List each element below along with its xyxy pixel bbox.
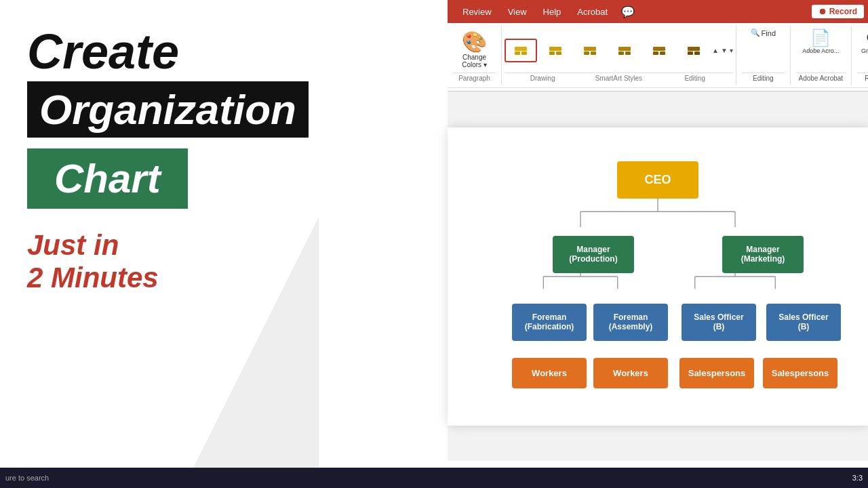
taskbar: ure to search 3:3 xyxy=(0,468,868,488)
smartart-style-4[interactable] xyxy=(608,39,641,62)
ribbon: Review View Help Acrobat 💬 ⏺ Record 🎨 Ch… xyxy=(448,0,868,92)
org-chart-container: CEO Manager(Production) Manager(Marketin… xyxy=(448,141,868,426)
slide-area: CEO Manager(Production) Manager(Marketin… xyxy=(448,92,868,461)
title-chart-box: Chart xyxy=(27,148,188,209)
smartart-styles-section: ▲ ▼ ▾ Drawing SmartArt Styles Editing xyxy=(502,26,736,85)
ribbon-body: 🎨 ChangeColors ▾ Paragraph xyxy=(448,23,868,88)
editing-section: 🔍 Find Editing xyxy=(736,26,791,85)
salespersons1-label: Salespersons xyxy=(679,358,754,388)
salespersons2-box[interactable]: Salespersons xyxy=(763,358,837,388)
tab-help[interactable]: Help xyxy=(535,0,570,23)
workers2-label: Workers xyxy=(593,358,668,388)
record-icon: ⏺ xyxy=(818,7,827,16)
reset-graphic-button[interactable]: ↺ Graphic xyxy=(861,28,868,54)
reset-label: Re... xyxy=(857,73,868,82)
manager-marketing-box[interactable]: Manager(Marketing) xyxy=(722,236,804,273)
smartart-style-3[interactable] xyxy=(574,39,606,62)
left-panel: Create Organization Chart Just in 2 Minu… xyxy=(0,0,448,488)
smartart-style-6[interactable] xyxy=(677,39,710,62)
change-colors-section: 🎨 ChangeColors ▾ Paragraph xyxy=(448,26,502,85)
acrobat-section: 📄 Adobe Acro... Adobe Acrobat xyxy=(791,26,852,85)
smartart-style-5[interactable] xyxy=(643,39,675,62)
smartart-style-1[interactable] xyxy=(505,39,537,62)
workers2-box[interactable]: Workers xyxy=(593,358,668,388)
title-create: Create xyxy=(27,27,179,76)
acrobat-button[interactable]: 📄 Adobe Acro... xyxy=(802,28,839,54)
sales-officer-b2-label: Sales Officer(B) xyxy=(766,304,841,341)
reset-icon: ↺ xyxy=(861,28,868,47)
workers1-label: Workers xyxy=(512,358,587,388)
paragraph-label: Paragraph xyxy=(453,73,496,82)
salespersons2-label: Salespersons xyxy=(763,358,837,388)
smartart-styles-label: SmartArt Styles xyxy=(580,75,656,82)
slide[interactable]: CEO Manager(Production) Manager(Marketin… xyxy=(448,127,868,426)
foreman-assembly-box[interactable]: Foreman(Assembly) xyxy=(593,304,668,341)
palette-icon: 🎨 xyxy=(462,30,487,54)
editing-label: Editing xyxy=(657,75,733,82)
comment-icon[interactable]: 💬 xyxy=(616,5,640,18)
subtitle-line1: Just in xyxy=(27,229,159,262)
sales-officer-b1-box[interactable]: Sales Officer(B) xyxy=(682,304,756,341)
manager-marketing-label: Manager(Marketing) xyxy=(722,236,804,273)
record-button[interactable]: ⏺ Record xyxy=(812,5,864,18)
editing-bottom-label: Editing xyxy=(742,73,785,82)
sales-officer-b1-label: Sales Officer(B) xyxy=(682,304,756,341)
workers1-box[interactable]: Workers xyxy=(512,358,587,388)
tab-view[interactable]: View xyxy=(500,0,535,23)
subtitle: Just in 2 Minutes xyxy=(27,229,159,294)
salespersons1-box[interactable]: Salespersons xyxy=(679,358,754,388)
sales-officer-b2-box[interactable]: Sales Officer(B) xyxy=(766,304,841,341)
diagonal-shape xyxy=(183,217,319,488)
clock: 3:3 xyxy=(852,474,863,482)
ribbon-tabs: Review View Help Acrobat 💬 ⏺ Record xyxy=(448,0,868,23)
search-placeholder: ure to search xyxy=(5,474,49,482)
find-icon: 🔍 xyxy=(751,28,760,37)
change-colors-button[interactable]: 🎨 ChangeColors ▾ xyxy=(458,28,491,70)
tab-review[interactable]: Review xyxy=(454,0,500,23)
smartart-style-2[interactable] xyxy=(539,39,572,62)
reset-section: ↺ Graphic Re... xyxy=(852,26,868,85)
scroll-up-icon[interactable]: ▲ xyxy=(712,47,719,54)
ceo-label: CEO xyxy=(617,161,698,199)
subtitle-line2: 2 Minutes xyxy=(27,262,159,294)
scroll-down-icon[interactable]: ▼ xyxy=(721,47,728,54)
title-organization: Organization xyxy=(27,81,309,138)
manager-production-box[interactable]: Manager(Production) xyxy=(553,236,634,273)
foreman-assembly-label: Foreman(Assembly) xyxy=(593,304,668,341)
manager-production-label: Manager(Production) xyxy=(553,236,634,273)
title-chart: Chart xyxy=(54,155,161,202)
ceo-box[interactable]: CEO xyxy=(617,161,698,199)
expand-icon[interactable]: ▾ xyxy=(730,47,733,54)
drawing-label: Drawing xyxy=(505,75,580,82)
acrobat-label: Adobe Acrobat xyxy=(796,73,846,82)
foreman-fabrication-box[interactable]: Foreman(Fabrication) xyxy=(512,304,587,341)
record-label: Record xyxy=(829,7,857,16)
change-colors-label: ChangeColors ▾ xyxy=(462,54,487,68)
reset-graphic-label: Graphic xyxy=(861,47,868,54)
find-button[interactable]: 🔍 Find xyxy=(751,28,776,37)
tab-acrobat[interactable]: Acrobat xyxy=(569,0,616,23)
smartart-styles-grid: ▲ ▼ ▾ xyxy=(505,28,733,73)
acrobat-icon: 📄 xyxy=(802,28,839,47)
foreman-fabrication-label: Foreman(Fabrication) xyxy=(512,304,587,341)
